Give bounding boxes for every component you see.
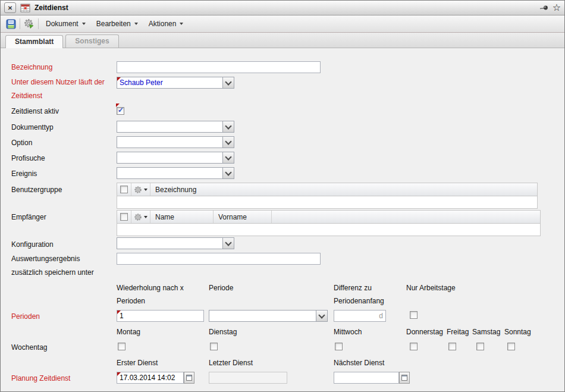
gear-run-icon <box>24 18 34 29</box>
required-marker-icon <box>117 311 121 314</box>
chevron-down-icon <box>225 138 231 145</box>
ereignis-combobox-value <box>117 168 222 178</box>
dokumenttyp-combobox-arrow[interactable] <box>222 121 234 132</box>
day-header-dienstag: Dienstag <box>209 328 237 336</box>
stammblatt-form: Bezeichnung Unter diesem Nutzer läuft de… <box>1 48 564 392</box>
checkbox-mittwoch[interactable] <box>335 343 343 350</box>
checkbox-sonntag[interactable] <box>507 343 515 350</box>
day-header-donnerstag: Donnerstag <box>406 328 443 336</box>
chevron-down-icon <box>318 312 325 318</box>
tab-sonstiges[interactable]: Sonstiges <box>65 35 118 48</box>
empfaenger-column-vorname[interactable]: Vorname <box>214 211 272 223</box>
konfiguration-label: Konfiguration <box>11 240 54 249</box>
menu-bearbeiten-label: Bearbeiten <box>96 20 131 28</box>
benutzergruppe-selectall-checkbox[interactable] <box>120 186 128 193</box>
zeitdienst-aktiv-label: Zeitdienst aktiv <box>11 107 59 115</box>
periode-combobox-arrow[interactable] <box>316 311 327 321</box>
erster-dienst-header: Erster Dienst <box>117 359 158 367</box>
chevron-down-icon <box>225 79 231 85</box>
benutzergruppe-gear-menu[interactable] <box>131 183 150 196</box>
required-marker-icon <box>117 77 121 81</box>
profisuche-combobox-arrow[interactable] <box>222 152 234 163</box>
toolbar: Dokument Bearbeiten Aktionen <box>1 15 564 33</box>
star-favorite-icon[interactable]: ☆ <box>553 3 561 12</box>
nutzer-label-line2: Zeitdienst <box>11 92 42 100</box>
periode-combobox-value <box>209 311 316 321</box>
option-combobox[interactable] <box>117 136 234 148</box>
planung-zeitdienst-label: Planung Zeitdienst <box>11 374 70 382</box>
profisuche-label: Profisuche <box>11 154 45 162</box>
naechster-dienst-calendar-button[interactable] <box>399 372 410 384</box>
konfiguration-combobox-arrow[interactable] <box>222 238 234 249</box>
auswertung-input[interactable] <box>117 253 321 265</box>
erster-dienst-calendar-button[interactable] <box>184 372 194 384</box>
chevron-down-icon <box>134 23 138 25</box>
day-header-mittwoch: Mittwoch <box>334 328 362 336</box>
nutzer-combobox-value: Schaub Peter <box>117 77 222 88</box>
zeitdienst-aktiv-checkbox[interactable] <box>117 107 124 115</box>
checkbox-montag[interactable] <box>118 343 125 350</box>
required-marker-icon <box>116 104 120 107</box>
auswertung-label-line2: zusätzlich speichern unter <box>11 268 94 277</box>
differenz-input[interactable] <box>334 310 386 322</box>
chevron-down-icon <box>144 216 147 218</box>
option-combobox-arrow[interactable] <box>222 137 234 148</box>
nutzer-combobox-arrow[interactable] <box>222 77 234 88</box>
periode-combobox[interactable] <box>209 310 328 322</box>
wiederholung-header-line2: Perioden <box>117 297 145 305</box>
empfaenger-label: Empfänger <box>11 213 46 221</box>
day-header-samstag: Samstag <box>472 328 500 336</box>
tab-stammblatt[interactable]: Stammblatt <box>5 35 63 48</box>
wiederholung-input[interactable] <box>117 310 204 322</box>
benutzergruppe-label: Benutzergruppe <box>11 186 62 194</box>
ereignis-combobox-arrow[interactable] <box>222 168 234 178</box>
ereignis-label: Ereignis <box>11 170 37 178</box>
menu-aktionen-label: Aktionen <box>149 20 177 28</box>
benutzergruppe-empty-row <box>117 196 538 209</box>
ereignis-combobox[interactable] <box>117 167 234 179</box>
close-button[interactable]: ✕ <box>4 2 16 13</box>
chevron-down-icon <box>144 189 147 191</box>
empfaenger-table-header: Name Vorname <box>117 210 541 224</box>
save-button[interactable] <box>4 17 18 31</box>
close-icon: ✕ <box>8 5 12 11</box>
option-label: Option <box>11 139 32 147</box>
empfaenger-selectall-checkbox[interactable] <box>120 213 128 221</box>
dokumenttyp-label: Dokumenttyp <box>11 123 54 131</box>
dokumenttyp-combobox-value <box>117 121 222 132</box>
benutzergruppe-column-bezeichnung[interactable]: Bezeichnung <box>150 183 537 196</box>
menu-dokument[interactable]: Dokument <box>40 17 91 30</box>
checkbox-dienstag[interactable] <box>210 343 218 350</box>
titlebar: ✕ Zeitdienst ☆ <box>1 1 564 15</box>
periode-header: Periode <box>209 284 233 292</box>
window-title: Zeitdienst <box>34 4 68 12</box>
checkbox-samstag[interactable] <box>476 343 484 350</box>
chevron-down-icon <box>82 23 86 25</box>
letzter-dienst-header: Letzter Dienst <box>209 359 253 367</box>
profisuche-combobox[interactable] <box>117 152 234 164</box>
erster-dienst-date-input[interactable] <box>117 372 184 384</box>
dokumenttyp-combobox[interactable] <box>117 121 234 133</box>
differenz-header-line2: Periodenanfang <box>334 297 384 305</box>
konfiguration-combobox[interactable] <box>117 237 234 249</box>
profisuche-combobox-value <box>117 152 222 163</box>
checkbox-donnerstag[interactable] <box>410 343 418 350</box>
bezeichnung-input[interactable] <box>117 61 321 73</box>
menu-bearbeiten[interactable]: Bearbeiten <box>91 17 143 30</box>
empfaenger-selectall-cell[interactable] <box>117 211 131 223</box>
chevron-down-icon <box>225 239 231 246</box>
run-gear-button[interactable] <box>22 17 36 31</box>
nur-arbeitstage-checkbox[interactable] <box>410 311 418 319</box>
chevron-down-icon <box>225 153 231 160</box>
menu-aktionen[interactable]: Aktionen <box>143 17 189 30</box>
day-header-freitag: Freitag <box>447 328 469 336</box>
naechster-dienst-date-input[interactable] <box>334 372 399 384</box>
save-floppy-icon <box>6 19 16 29</box>
nutzer-combobox[interactable]: Schaub Peter <box>117 77 234 89</box>
empfaenger-gear-menu[interactable] <box>131 211 150 223</box>
pin-icon[interactable] <box>539 3 549 12</box>
chevron-down-icon <box>225 123 231 129</box>
checkbox-freitag[interactable] <box>448 343 456 350</box>
empfaenger-column-name[interactable]: Name <box>150 211 214 223</box>
benutzergruppe-selectall-cell[interactable] <box>117 183 131 196</box>
